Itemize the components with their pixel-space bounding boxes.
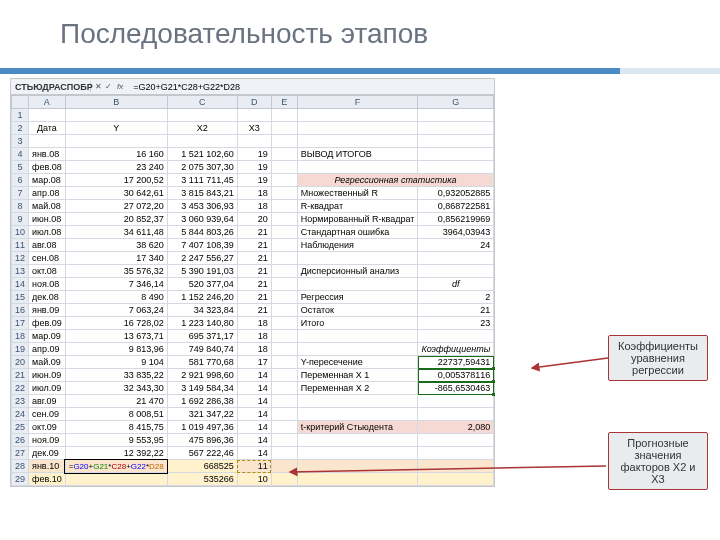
- cell[interactable]: 21: [418, 304, 494, 317]
- cell[interactable]: апр.09: [29, 343, 66, 356]
- cell[interactable]: 20 852,37: [65, 213, 167, 226]
- cell[interactable]: Стандартная ошибка: [297, 226, 418, 239]
- cell[interactable]: Регрессия: [297, 291, 418, 304]
- cell[interactable]: июн.09: [29, 369, 66, 382]
- cell[interactable]: 22: [12, 382, 29, 395]
- cell[interactable]: 5 844 803,26: [167, 226, 237, 239]
- cell[interactable]: [271, 408, 297, 421]
- cancel-icon[interactable]: ✕: [95, 82, 102, 91]
- cell[interactable]: 8 490: [65, 291, 167, 304]
- cell[interactable]: [65, 473, 167, 486]
- cell[interactable]: 10: [12, 226, 29, 239]
- cell[interactable]: дек.08: [29, 291, 66, 304]
- cell[interactable]: [297, 122, 418, 135]
- cell[interactable]: R-квадрат: [297, 200, 418, 213]
- cell[interactable]: 695 371,17: [167, 330, 237, 343]
- cell[interactable]: 14: [237, 408, 271, 421]
- cell[interactable]: июл.09: [29, 382, 66, 395]
- cell[interactable]: [271, 330, 297, 343]
- fx-icon[interactable]: fx: [115, 82, 125, 91]
- cell[interactable]: 2 075 307,30: [167, 161, 237, 174]
- cell[interactable]: 14: [237, 434, 271, 447]
- cell[interactable]: 1: [12, 109, 29, 122]
- cell[interactable]: [271, 343, 297, 356]
- cell[interactable]: 2,080: [418, 421, 494, 434]
- cell[interactable]: [418, 252, 494, 265]
- name-box[interactable]: СТЬЮДРАСПОБР: [11, 82, 91, 92]
- cell[interactable]: 7: [12, 187, 29, 200]
- cell[interactable]: 18: [237, 330, 271, 343]
- cell[interactable]: [271, 447, 297, 460]
- cell[interactable]: фев.08: [29, 161, 66, 174]
- cell[interactable]: 18: [237, 317, 271, 330]
- cell[interactable]: 12 392,22: [65, 447, 167, 460]
- col-header-C[interactable]: C: [167, 96, 237, 109]
- cell[interactable]: 16: [12, 304, 29, 317]
- cell[interactable]: [271, 109, 297, 122]
- cell[interactable]: [271, 317, 297, 330]
- cell[interactable]: [418, 265, 494, 278]
- col-header-E[interactable]: E: [271, 96, 297, 109]
- cell[interactable]: 18: [12, 330, 29, 343]
- grid[interactable]: ABCDEFG 12ДатаYX2X334янв.0816 1601 521 1…: [11, 95, 494, 486]
- cell[interactable]: 21 470: [65, 395, 167, 408]
- cell[interactable]: 0,932052885: [418, 187, 494, 200]
- col-header-B[interactable]: B: [65, 96, 167, 109]
- cell[interactable]: [271, 369, 297, 382]
- cell[interactable]: 5: [12, 161, 29, 174]
- active-cell[interactable]: =G20+G21*C28+G22*D28: [65, 460, 167, 473]
- cell[interactable]: 3 149 584,34: [167, 382, 237, 395]
- cell[interactable]: 3 111 711,45: [167, 174, 237, 187]
- cell[interactable]: 3964,03943: [418, 226, 494, 239]
- cell[interactable]: 21: [237, 252, 271, 265]
- cell[interactable]: Y-пересечение: [297, 356, 418, 369]
- enter-icon[interactable]: ✓: [105, 82, 112, 91]
- cell[interactable]: 21: [237, 291, 271, 304]
- cell[interactable]: 19: [237, 174, 271, 187]
- cell[interactable]: 15: [12, 291, 29, 304]
- cell[interactable]: [418, 434, 494, 447]
- col-header-D[interactable]: D: [237, 96, 271, 109]
- cell[interactable]: фев.10: [29, 473, 66, 486]
- cell[interactable]: 27: [12, 447, 29, 460]
- cell[interactable]: апр.08: [29, 187, 66, 200]
- cell[interactable]: [271, 252, 297, 265]
- cell[interactable]: 16 160: [65, 148, 167, 161]
- cell[interactable]: 581 770,68: [167, 356, 237, 369]
- cell[interactable]: фев.09: [29, 317, 66, 330]
- cell[interactable]: [29, 135, 66, 148]
- cell[interactable]: 10: [237, 473, 271, 486]
- cell[interactable]: [271, 200, 297, 213]
- cell[interactable]: [271, 148, 297, 161]
- cell[interactable]: 17: [12, 317, 29, 330]
- cell[interactable]: 18: [237, 187, 271, 200]
- cell[interactable]: 23: [418, 317, 494, 330]
- cell[interactable]: 14: [237, 382, 271, 395]
- cell[interactable]: 1 019 497,36: [167, 421, 237, 434]
- cell[interactable]: [297, 252, 418, 265]
- cell[interactable]: 34 323,84: [167, 304, 237, 317]
- cell[interactable]: 3 453 306,93: [167, 200, 237, 213]
- cell[interactable]: 14: [237, 395, 271, 408]
- cell[interactable]: 26: [12, 434, 29, 447]
- cell[interactable]: [237, 109, 271, 122]
- cell[interactable]: -865,6530463: [418, 382, 494, 395]
- cell[interactable]: [297, 395, 418, 408]
- cell[interactable]: 17 340: [65, 252, 167, 265]
- cell[interactable]: 2: [418, 291, 494, 304]
- cell[interactable]: Регрессионная статистика: [297, 174, 494, 187]
- cell[interactable]: 13 673,71: [65, 330, 167, 343]
- cell[interactable]: ноя.09: [29, 434, 66, 447]
- cell[interactable]: [271, 226, 297, 239]
- cell[interactable]: Переменная X 2: [297, 382, 418, 395]
- cell[interactable]: df: [418, 278, 494, 291]
- cell[interactable]: 22737,59431: [418, 356, 494, 369]
- cell[interactable]: 24: [418, 239, 494, 252]
- cell[interactable]: 38 620: [65, 239, 167, 252]
- cell[interactable]: 23: [12, 395, 29, 408]
- cell[interactable]: 21: [237, 278, 271, 291]
- cell[interactable]: 3 060 939,64: [167, 213, 237, 226]
- cell[interactable]: [271, 135, 297, 148]
- cell[interactable]: 14: [237, 447, 271, 460]
- cell[interactable]: 1 223 140,80: [167, 317, 237, 330]
